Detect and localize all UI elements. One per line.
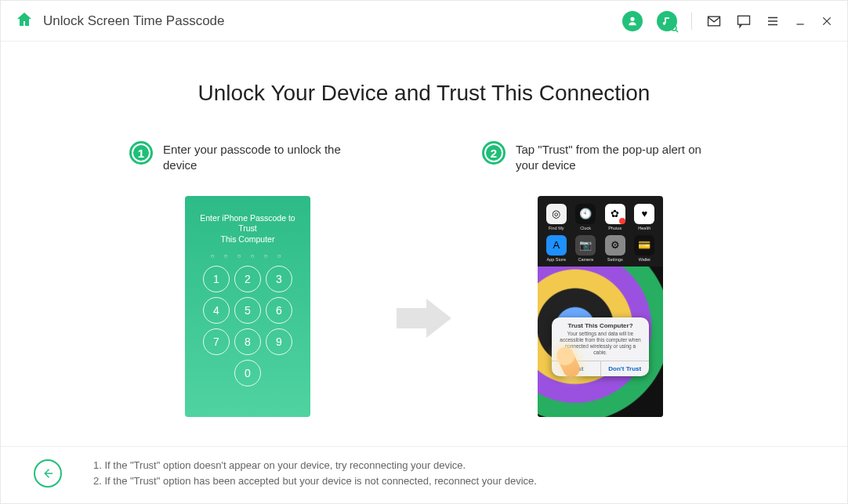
phone-left-title-2: This Computer (221, 234, 275, 244)
app-icon: A (546, 235, 567, 256)
back-button[interactable] (34, 459, 62, 488)
app-photos: ✿Photos (603, 204, 628, 230)
minimize-icon[interactable] (794, 15, 806, 27)
app-icon: 💳 (634, 235, 654, 256)
step-2: 2 Tap "Trust" from the pop-up alert on y… (483, 142, 718, 417)
key-7: 7 (203, 328, 230, 355)
footer: 1. If the "Trust" option doesn't appear … (1, 446, 847, 503)
page-title: Unlock Your Device and Trust This Connec… (198, 81, 650, 106)
phone-trust-illustration: ◎Find My🕙Clock✿Photos♥HealthAApp Store📷C… (538, 196, 663, 417)
app-label: Photos (608, 226, 622, 230)
phone-passcode-illustration: Enter iPhone Passcode to Trust This Comp… (185, 196, 310, 417)
app-icon: ♥ (634, 204, 654, 224)
step-2-label: Tap "Trust" from the pop-up alert on you… (516, 142, 718, 174)
close-icon[interactable] (821, 15, 833, 27)
menu-icon[interactable] (766, 14, 780, 28)
key-3: 3 (266, 266, 292, 292)
app-icon: ⚙ (605, 235, 625, 256)
home-icon[interactable] (15, 10, 34, 32)
app-label: Wallet (639, 257, 650, 262)
key-1: 1 (203, 266, 230, 292)
app-health: ♥Health (632, 204, 658, 230)
music-search-icon[interactable] (657, 11, 677, 31)
app-label: Camera (578, 257, 593, 262)
app-wallet: 💳Wallet (632, 235, 658, 262)
app-label: Find My (549, 226, 564, 230)
footer-note-2: 2. If the "Trust" option has been accept… (93, 473, 537, 489)
key-6: 6 (266, 297, 292, 324)
key-4: 4 (203, 297, 230, 324)
header-title: Unlock Screen Time Passcode (43, 13, 225, 29)
step-1-badge: 1 (130, 142, 152, 164)
app-label: Clock (580, 226, 591, 230)
key-8: 8 (234, 328, 261, 355)
app-find-my: ◎Find My (544, 204, 569, 230)
step-1-label: Enter your passcode to unlock the device (163, 142, 365, 174)
app-settings: ⚙Settings (603, 235, 628, 262)
app-app-store: AApp Store (544, 235, 569, 262)
main-content: Unlock Your Device and Trust This Connec… (1, 42, 847, 446)
key-5: 5 (234, 297, 261, 324)
app-label: Settings (607, 257, 623, 262)
arrow-icon (397, 299, 451, 338)
app-icon: 🕙 (575, 204, 596, 224)
mail-icon[interactable] (706, 13, 722, 29)
step-2-badge: 2 (483, 142, 505, 164)
app-label: Health (638, 226, 650, 230)
keypad: 1 2 3 4 5 6 7 8 9 0 (203, 266, 292, 386)
app-label: App Store (547, 257, 566, 262)
key-0: 0 (234, 360, 261, 386)
step-1: 1 Enter your passcode to unlock the devi… (130, 142, 365, 417)
key-2: 2 (234, 266, 261, 292)
feedback-icon[interactable] (736, 13, 752, 29)
footer-notes: 1. If the "Trust" option doesn't appear … (93, 458, 537, 489)
app-grid: ◎Find My🕙Clock✿Photos♥HealthAApp Store📷C… (538, 196, 663, 267)
wallpaper: Trust This Computer? Your settings and d… (538, 267, 663, 417)
passcode-dots: ○ ○ ○ ○ ○ ○ (210, 252, 284, 259)
svg-rect-2 (738, 16, 750, 24)
app-icon: ◎ (546, 204, 567, 224)
svg-point-0 (672, 26, 676, 31)
phone-left-title-1: Enter iPhone Passcode to Trust (200, 213, 295, 234)
app-icon: 📷 (575, 235, 596, 256)
key-9: 9 (266, 328, 292, 355)
header-divider (691, 13, 692, 30)
popup-dont-trust: Don't Trust (601, 361, 650, 376)
app-clock: 🕙Clock (574, 204, 599, 230)
steps-row: 1 Enter your passcode to unlock the devi… (130, 142, 718, 417)
app-header: Unlock Screen Time Passcode (1, 1, 847, 42)
footer-note-1: 1. If the "Trust" option doesn't appear … (93, 458, 537, 473)
app-camera: 📷Camera (574, 235, 599, 262)
popup-title: Trust This Computer? (552, 317, 649, 331)
account-icon[interactable] (622, 11, 643, 31)
